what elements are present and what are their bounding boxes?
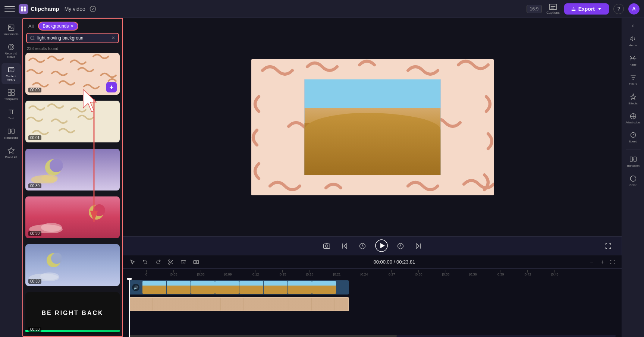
- right-nav-adjust-colors[interactable]: Adjust colors: [623, 110, 643, 127]
- svg-rect-49: [630, 157, 632, 161]
- video-clip[interactable]: 🔊: [129, 280, 349, 295]
- forward-button[interactable]: [395, 240, 406, 252]
- timeline-toolbar: 00:00.00 / 00:23.81 − +: [123, 255, 622, 269]
- capture-screenshot-button[interactable]: [321, 240, 333, 252]
- captions-button[interactable]: Captions: [546, 3, 560, 15]
- aspect-ratio-badge[interactable]: 16:9: [527, 5, 542, 13]
- left-sidebar: Your media Record & create Content libra…: [0, 18, 22, 337]
- app-name: Clipchamp: [31, 6, 59, 12]
- sidebar-item-content-library[interactable]: Content library: [1, 63, 21, 84]
- sidebar-item-templates[interactable]: Templates: [1, 86, 21, 104]
- thumbnail-item[interactable]: BE RIGHT BACK 00:30: [25, 292, 120, 334]
- thumbnails-grid: 00:00 + Add to timeline: [22, 53, 123, 337]
- skip-back-button[interactable]: [339, 240, 351, 252]
- timeline-playhead[interactable]: [129, 278, 130, 337]
- backgrounds-filter-tag[interactable]: Backgrounds ✕: [38, 22, 78, 31]
- ruler-track: 0 |0:03 |0:06 |0:09 |0:12 |0:15 |0:18 |0…: [133, 270, 568, 276]
- video-area: 00:00.00 / 00:23.81 − + 0 |0:03 |0:06 |0…: [123, 18, 622, 337]
- background-clip[interactable]: [129, 297, 349, 311]
- right-nav-transition[interactable]: Transition: [623, 152, 643, 170]
- topbar: Clipchamp My video 16:9 Captions Export …: [0, 0, 644, 18]
- play-button[interactable]: [374, 239, 389, 253]
- sidebar-item-text[interactable]: Text: [1, 105, 21, 123]
- svg-point-42: [169, 263, 170, 264]
- ruler-mark: |0:42: [514, 270, 541, 276]
- svg-rect-17: [12, 129, 14, 133]
- select-tool-button[interactable]: [128, 257, 138, 267]
- playback-bar: [123, 236, 622, 255]
- timeline-area: 00:00.00 / 00:23.81 − + 0 |0:03 |0:06 |0…: [123, 255, 622, 337]
- ruler-mark: 0: [133, 270, 160, 276]
- svg-rect-46: [197, 261, 199, 264]
- video-preview: [123, 18, 622, 236]
- help-button[interactable]: ?: [613, 4, 624, 14]
- sidebar-item-transitions[interactable]: Transitions: [1, 125, 21, 142]
- remove-backgrounds-filter[interactable]: ✕: [70, 24, 74, 29]
- cut-button[interactable]: [166, 257, 176, 267]
- thumbnail-item[interactable]: 00:00 + Add to timeline: [25, 53, 120, 95]
- thumb-time: 00:30: [28, 231, 41, 236]
- sidebar-item-your-media[interactable]: Your media: [1, 21, 21, 39]
- snap-button[interactable]: [191, 257, 201, 267]
- zoom-controls: − +: [587, 258, 617, 267]
- clip-thumb: [142, 281, 166, 294]
- redo-button[interactable]: [153, 257, 163, 267]
- sidebar-item-record-create[interactable]: Record & create: [1, 40, 21, 62]
- zoom-in-button[interactable]: +: [598, 258, 607, 267]
- search-input[interactable]: [37, 35, 109, 41]
- skip-forward-button[interactable]: [412, 240, 424, 252]
- clear-search-button[interactable]: ✕: [111, 35, 115, 41]
- thumbnail-item[interactable]: 00:01: [25, 101, 120, 142]
- svg-line-44: [172, 262, 173, 264]
- delete-button[interactable]: [178, 257, 189, 267]
- clip-thumb: [167, 281, 191, 294]
- main-layout: Your media Record & create Content libra…: [0, 18, 644, 337]
- timeline-ruler: 0 |0:03 |0:06 |0:09 |0:12 |0:15 |0:18 |0…: [123, 269, 622, 278]
- thumb-time: 00:30: [28, 327, 41, 332]
- svg-rect-50: [634, 157, 636, 161]
- ruler-mark: |0:06: [187, 270, 214, 276]
- video-title[interactable]: My video: [65, 6, 85, 12]
- thumb-time: 00:30: [28, 279, 41, 284]
- ruler-mark: |0:27: [378, 270, 405, 276]
- svg-point-10: [8, 44, 14, 50]
- right-nav-color[interactable]: Color: [623, 172, 643, 190]
- zoom-out-button[interactable]: −: [587, 258, 596, 267]
- video-inset: [304, 79, 440, 175]
- thumb-time: 00:30: [28, 183, 41, 188]
- undo-button[interactable]: [140, 257, 151, 267]
- sidebar-divider: [626, 149, 641, 149]
- filter-row: All Backgrounds ✕: [22, 18, 123, 33]
- svg-point-24: [93, 204, 105, 216]
- svg-rect-2: [21, 9, 23, 11]
- right-nav-effects[interactable]: Effects: [623, 90, 643, 108]
- clip-thumb: [215, 281, 239, 294]
- volume-icon[interactable]: 🔊: [132, 284, 139, 291]
- export-button[interactable]: Export: [564, 3, 609, 15]
- svg-point-41: [169, 260, 170, 261]
- fit-zoom-button[interactable]: [608, 258, 617, 267]
- svg-point-20: [50, 159, 63, 172]
- thumbnail-item[interactable]: 00:30: [25, 149, 120, 190]
- thumb-time: 00:00: [28, 88, 41, 92]
- right-nav-audio[interactable]: Audio: [623, 32, 643, 50]
- thumbnail-item[interactable]: 00:30: [25, 196, 120, 238]
- svg-point-9: [10, 46, 12, 48]
- add-to-timeline-button[interactable]: +: [106, 82, 117, 92]
- right-nav-filters[interactable]: Filters: [623, 71, 643, 89]
- clip-thumb: [288, 281, 312, 294]
- svg-point-26: [41, 223, 62, 232]
- sidebar-item-brand-kit[interactable]: Brand kit: [1, 144, 21, 162]
- right-nav-speed[interactable]: Speed: [623, 128, 643, 146]
- svg-rect-0: [21, 6, 23, 9]
- menu-icon[interactable]: [4, 4, 15, 14]
- app-logo: Clipchamp: [19, 4, 59, 14]
- filter-all-button[interactable]: All: [26, 22, 36, 30]
- results-count: 238 results found: [22, 45, 123, 53]
- rewind-button[interactable]: [356, 240, 368, 252]
- thumbnail-item[interactable]: 00:30: [25, 244, 120, 286]
- fullscreen-button[interactable]: [602, 240, 614, 252]
- right-nav-fade[interactable]: Fade: [623, 51, 643, 69]
- collapse-panel-button[interactable]: ‹: [631, 21, 635, 31]
- user-avatar[interactable]: A: [628, 3, 640, 15]
